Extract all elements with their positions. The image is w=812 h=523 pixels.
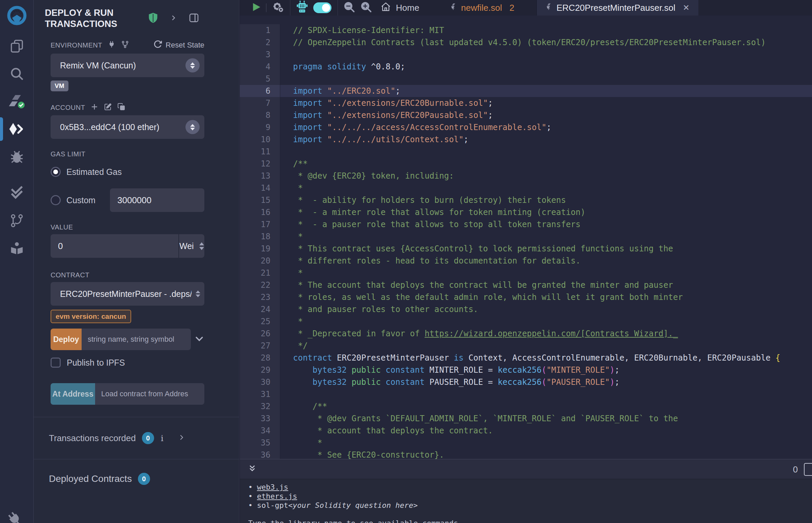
- value-input[interactable]: [51, 234, 178, 258]
- terminal-list-item[interactable]: •ethers.js: [248, 492, 812, 501]
- code-line[interactable]: 27 */: [240, 340, 812, 352]
- code-line[interactable]: 14 *: [240, 182, 812, 194]
- code-line[interactable]: 19 * This contract uses {AccessControl} …: [240, 242, 812, 255]
- line-number: 34: [240, 425, 280, 437]
- expand-terminal-chevrons-icon[interactable]: [248, 465, 256, 473]
- custom-gas-input[interactable]: [110, 188, 204, 212]
- code-line[interactable]: 35 *: [240, 437, 812, 449]
- sidebar-item-deploy-and-run[interactable]: [0, 115, 34, 143]
- code-line[interactable]: 4pragma solidity ^0.8.0;: [240, 61, 812, 73]
- line-number: 2: [240, 36, 280, 49]
- deploy-args-input[interactable]: [82, 328, 191, 350]
- copilot-toggle[interactable]: [313, 2, 332, 13]
- deploy-button[interactable]: Deploy: [51, 328, 82, 350]
- terminal-output[interactable]: •web3.js•ethers.js•sol-gpt <your Solidit…: [240, 479, 812, 523]
- custom-gas-label: Custom: [67, 196, 95, 205]
- layout-columns-icon[interactable]: [189, 13, 199, 24]
- sidebar-item-learneth[interactable]: [0, 235, 34, 262]
- value-unit-select[interactable]: Wei: [179, 234, 204, 258]
- custom-gas-radio[interactable]: [51, 195, 61, 205]
- deploy-expand-chevron-icon[interactable]: [194, 333, 204, 345]
- add-account-icon[interactable]: [90, 103, 99, 112]
- code-line[interactable]: 22 * The account that deploys the contra…: [240, 279, 812, 291]
- code-line[interactable]: 1// SPDX-License-Identifier: MIT: [240, 24, 812, 36]
- code-line[interactable]: 20 * different roles - head to its docum…: [240, 255, 812, 267]
- sidebar-item-solidity-compiler[interactable]: [0, 88, 34, 115]
- code-line[interactable]: 21 *: [240, 267, 812, 279]
- terminal-search-input[interactable]: [804, 463, 812, 476]
- code-line[interactable]: 30 bytes32 public constant PAUSER_ROLE =…: [240, 376, 812, 388]
- code-line[interactable]: 29 bytes32 public constant MINTER_ROLE =…: [240, 364, 812, 376]
- at-address-button[interactable]: At Address: [51, 383, 95, 405]
- tab-home[interactable]: Home: [381, 1, 419, 15]
- account-label: ACCOUNT: [51, 104, 85, 111]
- code-line[interactable]: 7import "../extensions/ERC20Burnable.sol…: [240, 97, 812, 109]
- tab-erc20presetminterpauser[interactable]: ERC20PresetMinterPauser.sol ✕: [536, 0, 699, 16]
- sidebar-item-debugger[interactable]: [0, 143, 34, 170]
- run-script-button[interactable]: [251, 2, 261, 14]
- deployed-contracts-section[interactable]: Deployed Contracts 0: [34, 459, 239, 485]
- line-number: 5: [240, 73, 280, 85]
- terminal-link[interactable]: web3.js: [257, 483, 288, 492]
- code-line[interactable]: 33 * @dev Grants `DEFAULT_ADMIN_ROLE`, `…: [240, 413, 812, 425]
- environment-select[interactable]: Remix VM (Cancun): [51, 54, 204, 77]
- code-line[interactable]: 36 * See {ERC20-constructor}.: [240, 449, 812, 459]
- pin-panel-chevron-icon[interactable]: [170, 14, 177, 23]
- deployed-count-badge: 0: [138, 473, 150, 485]
- line-number: 33: [240, 413, 280, 425]
- code-line[interactable]: 18 *: [240, 231, 812, 242]
- code-line[interactable]: 10import "../../../utils/Context.sol";: [240, 133, 812, 146]
- code-line[interactable]: 9import "../../../access/AccessControlEn…: [240, 121, 812, 133]
- code-line[interactable]: 2// OpenZeppelin Contracts (last updated…: [240, 36, 812, 49]
- shield-icon[interactable]: [148, 12, 158, 25]
- plug-icon[interactable]: [108, 40, 116, 50]
- code-line[interactable]: 26 * _Deprecated in favor of https://wiz…: [240, 327, 812, 340]
- code-line[interactable]: 31: [240, 388, 812, 400]
- code-line[interactable]: 6import "../ERC20.sol";: [240, 85, 812, 97]
- terminal-link[interactable]: ethers.js: [257, 492, 297, 501]
- code-line[interactable]: 13 * @dev {ERC20} token, including:: [240, 170, 812, 182]
- edit-account-icon[interactable]: [104, 103, 112, 112]
- code-line[interactable]: 12/**: [240, 158, 812, 170]
- estimated-gas-radio[interactable]: [51, 167, 61, 177]
- terminal-list-item[interactable]: •web3.js: [248, 483, 812, 492]
- code-editor[interactable]: 1// SPDX-License-Identifier: MIT2// Open…: [240, 16, 812, 459]
- code-line[interactable]: 28contract ERC20PresetMinterPauser is Co…: [240, 352, 812, 364]
- code-line[interactable]: 32 /**: [240, 400, 812, 413]
- code-line[interactable]: 16 * - a minter role that allows for tok…: [240, 206, 812, 218]
- close-tab-icon[interactable]: ✕: [683, 3, 690, 13]
- info-icon[interactable]: i: [161, 433, 163, 443]
- zoom-out-button[interactable]: [343, 1, 355, 15]
- sidebar-item-git[interactable]: [0, 207, 34, 235]
- code-line[interactable]: 34 * account that deploys the contract.: [240, 425, 812, 437]
- sidebar-item-search[interactable]: [0, 60, 34, 88]
- zoom-in-button[interactable]: [360, 1, 372, 15]
- transactions-expand-chevron-icon[interactable]: [178, 433, 185, 443]
- ai-copilot-button[interactable]: [296, 0, 308, 15]
- tab-newfile[interactable]: newfile.sol 2: [441, 0, 523, 16]
- code-line[interactable]: 8import "../extensions/ERC20Pausable.sol…: [240, 109, 812, 121]
- script-config-button[interactable]: [271, 0, 285, 15]
- terminal-bar[interactable]: 0: [240, 459, 812, 479]
- contract-label: CONTRACT: [51, 271, 89, 279]
- copy-account-icon[interactable]: [117, 103, 125, 112]
- publish-ipfs-checkbox[interactable]: [51, 358, 61, 368]
- sidebar-item-unit-testing[interactable]: [0, 179, 34, 207]
- transactions-recorded-section[interactable]: Transactions recorded 0 i: [34, 417, 239, 459]
- code-line[interactable]: 11: [240, 146, 812, 158]
- sidebar-item-file-explorer[interactable]: [0, 32, 34, 60]
- code-line[interactable]: 24 * and pauser roles to other accounts.: [240, 303, 812, 315]
- code-line[interactable]: 5: [240, 73, 812, 85]
- remix-logo[interactable]: [0, 0, 34, 32]
- fork-environment-icon[interactable]: [121, 40, 129, 50]
- contract-select[interactable]: ERC20PresetMinterPauser - .deps/: [51, 282, 204, 306]
- reset-state-button[interactable]: Reset State: [154, 40, 204, 51]
- code-line[interactable]: 25 *: [240, 315, 812, 327]
- code-line[interactable]: 23 * roles, as well as the default admin…: [240, 291, 812, 303]
- code-line[interactable]: 17 * - a pauser role that allows to stop…: [240, 218, 812, 231]
- account-select[interactable]: 0x5B3...eddC4 (100 ether): [51, 115, 204, 139]
- at-address-input[interactable]: [95, 383, 204, 405]
- code-line[interactable]: 15 * - ability for holders to burn (dest…: [240, 194, 812, 206]
- sidebar-item-plugin-manager[interactable]: [6, 510, 23, 523]
- code-line[interactable]: 3: [240, 49, 812, 61]
